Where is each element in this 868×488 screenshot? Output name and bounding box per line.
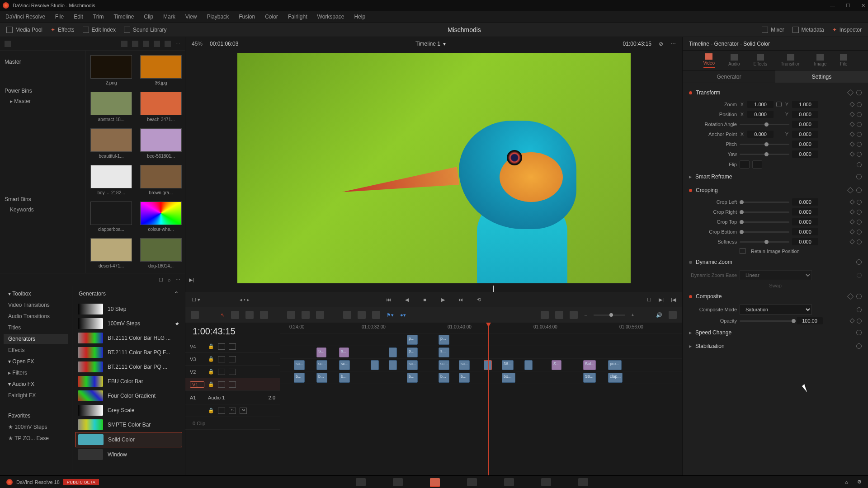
media-thumb[interactable]: beach-3471... (140, 92, 182, 122)
fx-openfx[interactable]: ▾ Open FX (4, 357, 68, 366)
pos-y-input[interactable]: 0.000 (792, 111, 818, 118)
crop-top-input[interactable]: 0.000 (792, 218, 818, 225)
page-deliver[interactable] (578, 478, 588, 486)
crop-right-slider[interactable] (740, 211, 789, 213)
clip[interactable]: S... (316, 347, 326, 357)
insp-tab-file[interactable]: File (840, 54, 847, 66)
viewer-right-tc[interactable]: 01:00:43:15 (623, 41, 651, 47)
fx-more-icon[interactable]: ⋯ (175, 277, 180, 283)
sort-icon[interactable] (165, 41, 171, 47)
tl-options-icon[interactable] (669, 311, 677, 319)
fx-item[interactable]: 10 Step (75, 302, 182, 316)
clip[interactable]: sc... (316, 360, 327, 370)
bin-master[interactable]: Master (5, 59, 81, 65)
stop-button[interactable]: ■ (421, 296, 429, 304)
track-lane-a1[interactable] (280, 384, 682, 410)
clip[interactable]: sc... (407, 360, 418, 370)
fx-audio-transitions[interactable]: Audio Transitions (4, 311, 68, 321)
section-cropping[interactable]: Cropping (689, 184, 862, 196)
audio-monitor-icon[interactable]: 🔊 (656, 312, 662, 318)
menu-help[interactable]: Help (354, 14, 365, 20)
menu-playback[interactable]: Playback (207, 14, 229, 20)
anchor-x-input[interactable]: 0.000 (747, 131, 774, 138)
fx-item[interactable]: Four Color Gradient (75, 389, 182, 403)
fx-item[interactable]: Grey Scale (75, 403, 182, 418)
clip[interactable]: sc... (439, 360, 449, 370)
viewer-bypass-icon[interactable]: ⊘ (659, 41, 663, 47)
metadata-toggle[interactable]: Metadata (793, 27, 824, 33)
menu-color[interactable]: Color (265, 14, 278, 20)
selection-tool-icon[interactable]: ↖ (221, 312, 225, 318)
section-stabilization[interactable]: ▸Stabilization (689, 340, 862, 352)
menu-trim[interactable]: Trim (93, 14, 104, 20)
track-v4[interactable]: V4🔒 (185, 340, 280, 353)
zoom-x-input[interactable]: 1.000 (747, 101, 774, 108)
menu-workspace[interactable]: Workspace (317, 14, 344, 20)
clip[interactable]: s... (339, 347, 349, 357)
tl-zoom-out-icon[interactable] (555, 311, 563, 319)
page-fairlight[interactable] (541, 478, 551, 486)
track-lane-v2[interactable]: sc... sc... sc... sc... sc... sc... 36..… (280, 359, 682, 371)
blade-icon[interactable] (343, 311, 351, 319)
crop-right-input[interactable]: 0.000 (792, 208, 818, 216)
clip[interactable] (371, 360, 379, 370)
section-transform[interactable]: Transform (689, 87, 862, 99)
clip[interactable]: b... (459, 373, 470, 383)
link-xy-icon[interactable] (776, 102, 782, 107)
fx-item[interactable]: SMPTE Color Bar (75, 418, 182, 432)
prev-edit-icon[interactable]: |◀ (671, 297, 676, 303)
track-v3[interactable]: V3🔒 (185, 353, 280, 366)
media-thumb[interactable]: abstract-18... (90, 92, 132, 122)
search-icon[interactable] (154, 41, 160, 47)
inspector-toggle[interactable]: ✦Inspector (832, 27, 862, 33)
timeline-name-dropdown[interactable]: Timeline 1 ▾ (415, 41, 446, 47)
insp-tab-transition[interactable]: Transition (781, 54, 801, 66)
track-lane-v1[interactable]: b... b... b... b... b... b... bo... Str.… (280, 371, 682, 384)
clip-selected[interactable] (484, 360, 492, 370)
trim-tool-icon[interactable] (231, 311, 239, 319)
transform-overlay-dropdown[interactable]: ☐ ▾ (192, 297, 200, 303)
fx-audiofx[interactable]: ▾ Audio FX (4, 379, 68, 389)
replace-clip-icon[interactable] (316, 311, 324, 319)
lock-icon[interactable]: 🔒 (208, 408, 214, 413)
anchor-y-input[interactable]: 0.000 (792, 131, 818, 138)
power-bin-master[interactable]: ▸ Master (5, 97, 81, 106)
tl-zoom-fit-icon[interactable] (570, 311, 578, 319)
insp-tab-video[interactable]: Video (703, 53, 715, 68)
media-thumb[interactable]: boy_-_2182... (90, 165, 132, 195)
edit-index-toggle[interactable]: Edit Index (83, 27, 116, 33)
page-cut[interactable] (393, 478, 403, 486)
dynzoom-swap[interactable]: Swap (769, 283, 782, 288)
clip[interactable]: sc... (459, 360, 470, 370)
fx-item[interactable]: BT.2111 Color Bar PQ F... (75, 345, 182, 360)
fx-item[interactable]: 100mV Steps★ (75, 316, 182, 331)
viewer-scrubber[interactable] (185, 286, 682, 292)
lock-icon[interactable]: 🔒 (208, 369, 214, 375)
playhead[interactable] (488, 323, 489, 475)
zoom-slider[interactable] (594, 314, 625, 316)
clip[interactable]: b... (439, 373, 449, 383)
fx-toolbox[interactable]: ▾ Toolbox (4, 289, 68, 299)
track-v2[interactable]: V2🔒 (185, 366, 280, 378)
menu-edit[interactable]: Edit (74, 14, 83, 20)
insp-tab-audio[interactable]: Audio (728, 54, 740, 66)
clip[interactable] (389, 360, 397, 370)
fx-item[interactable]: BT.2111 Color Bar PQ ... (75, 360, 182, 374)
smart-bins-header[interactable]: Smart Bins (5, 196, 81, 202)
media-thumb[interactable]: dog-18014... (140, 238, 182, 268)
media-thumb[interactable]: bee-561801... (140, 128, 182, 159)
section-speed-change[interactable]: ▸Speed Change (689, 327, 862, 338)
viewer-zoom[interactable]: 45% (192, 41, 203, 47)
composite-mode-select[interactable]: Saturation (740, 305, 812, 314)
media-thumb[interactable]: 36.jpg (140, 55, 182, 85)
fx-titles[interactable]: Titles (4, 323, 68, 333)
crop-left-input[interactable]: 0.000 (792, 198, 818, 206)
reset-icon[interactable] (856, 90, 862, 95)
opacity-input[interactable]: 100.00 (797, 317, 823, 324)
track-a1-controls[interactable]: 🔒SM (185, 404, 280, 417)
flip-v-button[interactable] (752, 160, 762, 169)
rotation-slider[interactable] (740, 124, 789, 125)
last-frame-button[interactable]: ⏭ (457, 296, 465, 304)
clip[interactable]: b... (294, 373, 305, 383)
timeline-ruler[interactable]: 0:24:00 01:00:32:00 01:00:40:00 01:00:48… (280, 323, 682, 333)
